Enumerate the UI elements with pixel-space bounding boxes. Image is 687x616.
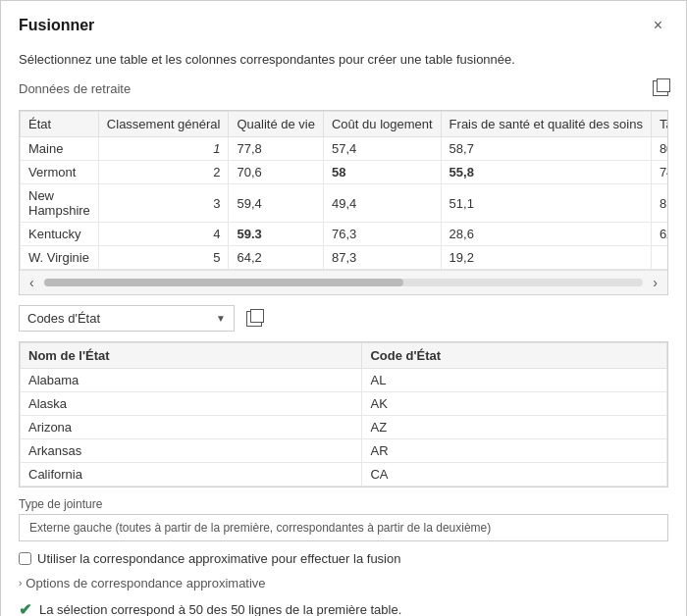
chevron-down-icon: ▼ — [216, 313, 226, 324]
cell-rank: 3 — [98, 184, 229, 223]
dialog-body: Sélectionnez une table et les colonnes c… — [1, 42, 686, 616]
cell-state-code: AR — [362, 439, 667, 463]
cell-health: 28,6 — [441, 223, 651, 246]
dialog-title: Fusionner — [19, 17, 94, 34]
col-state[interactable]: État — [21, 112, 99, 137]
table-row[interactable]: W. Virginie 5 64,2 87,3 19,2 — [21, 246, 669, 270]
list-item[interactable]: California CA — [21, 463, 667, 487]
scroll-left-button[interactable]: ‹ — [24, 273, 40, 292]
cell-quality: 59,4 — [229, 184, 324, 223]
checkbox-row: Utiliser la correspondance approximative… — [19, 551, 668, 566]
cell-health: 51,1 — [441, 184, 651, 223]
col-crime[interactable]: Taux de criminalité — [651, 112, 668, 137]
cell-state-name: California — [21, 463, 362, 487]
checkbox-label: Utiliser la correspondance approximative… — [37, 551, 400, 566]
cell-state: Maine — [21, 137, 99, 161]
list-item[interactable]: Alaska AK — [21, 392, 667, 416]
cell-state-name: Alaska — [21, 392, 362, 416]
cell-state-name: Arkansas — [21, 439, 362, 463]
top-table-header-row: État Classement général Qualité de vie C… — [21, 112, 669, 137]
scroll-track[interactable] — [44, 279, 644, 286]
cell-state: W. Virginie — [21, 246, 99, 270]
col-housing[interactable]: Coût du logement — [323, 112, 441, 137]
lower-table-header-row: Nom de l'État Code d'État — [21, 343, 667, 369]
top-data-table: État Classement général Qualité de vie C… — [20, 111, 668, 270]
status-text: La sélection correspond à 50 des 50 lign… — [39, 602, 401, 616]
dialog-subtitle: Sélectionnez une table et les colonnes c… — [19, 52, 668, 67]
checkmark-icon: ✔ — [19, 600, 31, 616]
cell-state-name: Alabama — [21, 369, 362, 392]
cell-housing: 76,3 — [323, 223, 441, 246]
options-link-label: Options de correspondance approximative — [26, 576, 265, 590]
top-table-scrollbar: ‹ › — [20, 270, 667, 294]
col-state-code[interactable]: Code d'État — [362, 343, 667, 369]
top-table-wrapper: État Classement général Qualité de vie C… — [19, 110, 668, 295]
list-item[interactable]: Arkansas AR — [21, 439, 667, 463]
cell-state-code: CA — [362, 463, 667, 487]
top-section-label: Données de retraite — [19, 81, 131, 96]
col-rank[interactable]: Classement général — [98, 112, 229, 137]
cell-housing: 57,4 — [323, 137, 441, 161]
copy-icon-top[interactable] — [653, 80, 668, 96]
copy-icon-lower[interactable] — [246, 311, 262, 327]
table-row[interactable]: New Hampshire 3 59,4 49,4 51,1 81,8 — [21, 184, 669, 223]
cell-state-code: AK — [362, 392, 667, 416]
cell-health: 58,7 — [441, 137, 651, 161]
cell-quality: 77,8 — [229, 137, 324, 161]
list-item[interactable]: Arizona AZ — [21, 416, 667, 439]
col-state-name[interactable]: Nom de l'État — [21, 343, 362, 369]
lower-table-wrapper: Nom de l'État Code d'État Alabama AL Ala… — [19, 341, 668, 488]
cell-rank: 5 — [98, 246, 229, 270]
fusionner-dialog: Fusionner × Sélectionnez une table et le… — [0, 0, 687, 616]
col-quality[interactable]: Qualité de vie — [229, 112, 324, 137]
status-row: ✔ La sélection correspond à 50 des 50 li… — [19, 600, 668, 616]
cell-state: Vermont — [21, 161, 99, 184]
dropdown-label: Codes d'État — [27, 311, 100, 326]
cell-state: Kentucky — [21, 223, 99, 246]
table-row[interactable]: Vermont 2 70,6 58 55,8 74,8 — [21, 161, 669, 184]
cell-health: 55,8 — [441, 161, 651, 184]
dropdown-row: Codes d'État ▼ — [19, 305, 668, 332]
cell-rank: 1 — [98, 137, 229, 161]
cell-rank: 2 — [98, 161, 229, 184]
dialog-header: Fusionner × — [1, 1, 686, 42]
cell-quality: 64,2 — [229, 246, 324, 270]
cell-state-name: Arizona — [21, 416, 362, 439]
list-item[interactable]: Alabama AL — [21, 369, 667, 392]
join-label: Type de jointure — [19, 497, 668, 511]
cell-housing: 58 — [323, 161, 441, 184]
cell-crime: 62,6 — [651, 223, 668, 246]
cell-quality: 70,6 — [229, 161, 324, 184]
cell-crime: 81,8 — [651, 184, 668, 223]
cell-state: New Hampshire — [21, 184, 99, 223]
lower-data-table: Nom de l'État Code d'État Alabama AL Ala… — [20, 342, 667, 487]
cell-state-code: AZ — [362, 416, 667, 439]
cell-housing: 87,3 — [323, 246, 441, 270]
col-health[interactable]: Frais de santé et qualité des soins — [441, 112, 651, 137]
cell-crime — [651, 246, 668, 270]
join-type-input[interactable] — [19, 514, 668, 541]
close-button[interactable]: × — [648, 15, 668, 36]
scroll-thumb — [44, 279, 403, 286]
chevron-right-icon: › — [19, 578, 22, 589]
options-link[interactable]: › Options de correspondance approximativ… — [19, 576, 668, 590]
table-row[interactable]: Kentucky 4 59.3 76,3 28,6 62,6 — [21, 223, 669, 246]
approximate-match-checkbox[interactable] — [19, 552, 31, 565]
table-row[interactable]: Maine 1 77,8 57,4 58,7 80,9 — [21, 137, 669, 161]
cell-housing: 49,4 — [323, 184, 441, 223]
cell-health: 19,2 — [441, 246, 651, 270]
scroll-right-button[interactable]: › — [647, 273, 663, 292]
cell-rank: 4 — [98, 223, 229, 246]
cell-quality: 59.3 — [229, 223, 324, 246]
cell-crime: 80,9 — [651, 137, 668, 161]
cell-state-code: AL — [362, 369, 667, 392]
cell-crime: 74,8 — [651, 161, 668, 184]
state-codes-dropdown[interactable]: Codes d'État ▼ — [19, 305, 235, 332]
join-section: Type de jointure — [19, 497, 668, 541]
top-section-label-row: Données de retraite — [19, 80, 668, 96]
